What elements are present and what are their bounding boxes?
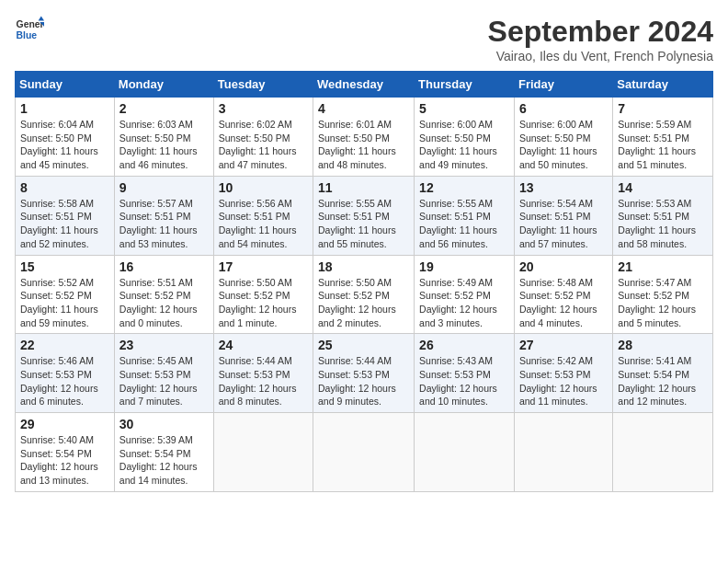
day-number: 15 bbox=[20, 259, 109, 274]
day-number: 2 bbox=[119, 101, 209, 116]
day-info: Sunrise: 5:46 AM Sunset: 5:53 PM Dayligh… bbox=[20, 354, 109, 408]
calendar-cell: 22Sunrise: 5:46 AM Sunset: 5:53 PM Dayli… bbox=[16, 334, 115, 413]
calendar-week-2: 8Sunrise: 5:58 AM Sunset: 5:51 PM Daylig… bbox=[16, 176, 713, 255]
calendar-cell bbox=[313, 413, 415, 492]
day-number: 26 bbox=[419, 338, 509, 352]
day-info: Sunrise: 6:04 AM Sunset: 5:50 PM Dayligh… bbox=[20, 118, 109, 172]
calendar-cell: 7Sunrise: 5:59 AM Sunset: 5:51 PM Daylig… bbox=[613, 98, 713, 177]
calendar-week-5: 29Sunrise: 5:40 AM Sunset: 5:54 PM Dayli… bbox=[16, 413, 713, 492]
day-info: Sunrise: 5:39 AM Sunset: 5:54 PM Dayligh… bbox=[119, 433, 209, 488]
day-info: Sunrise: 5:49 AM Sunset: 5:52 PM Dayligh… bbox=[419, 276, 509, 330]
calendar-cell: 30Sunrise: 5:39 AM Sunset: 5:54 PM Dayli… bbox=[114, 413, 213, 492]
day-number: 18 bbox=[318, 259, 409, 274]
calendar-cell: 21Sunrise: 5:47 AM Sunset: 5:52 PM Dayli… bbox=[613, 255, 713, 334]
calendar-cell: 6Sunrise: 6:00 AM Sunset: 5:50 PM Daylig… bbox=[514, 98, 612, 177]
calendar-cell bbox=[514, 413, 612, 492]
day-number: 17 bbox=[219, 259, 308, 274]
calendar-cell: 3Sunrise: 6:02 AM Sunset: 5:50 PM Daylig… bbox=[213, 98, 313, 177]
day-info: Sunrise: 6:00 AM Sunset: 5:50 PM Dayligh… bbox=[419, 118, 509, 172]
day-number: 1 bbox=[20, 101, 109, 116]
day-info: Sunrise: 5:44 AM Sunset: 5:53 PM Dayligh… bbox=[318, 354, 409, 408]
weekday-header-row: SundayMondayTuesdayWednesdayThursdayFrid… bbox=[16, 72, 713, 98]
calendar-week-1: 1Sunrise: 6:04 AM Sunset: 5:50 PM Daylig… bbox=[16, 98, 713, 177]
calendar-cell: 16Sunrise: 5:51 AM Sunset: 5:52 PM Dayli… bbox=[114, 255, 213, 334]
day-number: 28 bbox=[618, 338, 708, 352]
calendar-cell: 5Sunrise: 6:00 AM Sunset: 5:50 PM Daylig… bbox=[415, 98, 515, 177]
calendar-cell: 23Sunrise: 5:45 AM Sunset: 5:53 PM Dayli… bbox=[114, 334, 213, 413]
calendar-cell: 1Sunrise: 6:04 AM Sunset: 5:50 PM Daylig… bbox=[16, 98, 115, 177]
title-area: September 2024 Vairao, Iles du Vent, Fre… bbox=[488, 15, 713, 63]
day-number: 24 bbox=[219, 338, 308, 352]
calendar-body: 1Sunrise: 6:04 AM Sunset: 5:50 PM Daylig… bbox=[16, 98, 713, 492]
weekday-friday: Friday bbox=[514, 72, 612, 98]
day-info: Sunrise: 6:02 AM Sunset: 5:50 PM Dayligh… bbox=[219, 118, 308, 172]
day-info: Sunrise: 5:57 AM Sunset: 5:51 PM Dayligh… bbox=[119, 197, 209, 251]
day-number: 30 bbox=[119, 417, 209, 431]
calendar-cell: 28Sunrise: 5:41 AM Sunset: 5:54 PM Dayli… bbox=[613, 334, 713, 413]
weekday-saturday: Saturday bbox=[613, 72, 713, 98]
day-info: Sunrise: 5:48 AM Sunset: 5:52 PM Dayligh… bbox=[519, 276, 608, 330]
calendar-cell: 27Sunrise: 5:42 AM Sunset: 5:53 PM Dayli… bbox=[514, 334, 612, 413]
calendar-cell: 2Sunrise: 6:03 AM Sunset: 5:50 PM Daylig… bbox=[114, 98, 213, 177]
day-number: 20 bbox=[519, 259, 608, 274]
day-number: 19 bbox=[419, 259, 509, 274]
day-info: Sunrise: 5:50 AM Sunset: 5:52 PM Dayligh… bbox=[219, 276, 308, 330]
day-number: 5 bbox=[419, 101, 509, 116]
calendar-cell: 29Sunrise: 5:40 AM Sunset: 5:54 PM Dayli… bbox=[16, 413, 115, 492]
day-number: 16 bbox=[119, 259, 209, 274]
svg-text:Blue: Blue bbox=[17, 30, 38, 40]
day-info: Sunrise: 6:01 AM Sunset: 5:50 PM Dayligh… bbox=[318, 118, 409, 172]
calendar-cell: 13Sunrise: 5:54 AM Sunset: 5:51 PM Dayli… bbox=[514, 176, 612, 255]
day-info: Sunrise: 6:03 AM Sunset: 5:50 PM Dayligh… bbox=[119, 118, 209, 172]
calendar-week-4: 22Sunrise: 5:46 AM Sunset: 5:53 PM Dayli… bbox=[16, 334, 713, 413]
day-info: Sunrise: 5:41 AM Sunset: 5:54 PM Dayligh… bbox=[618, 354, 708, 408]
day-info: Sunrise: 5:51 AM Sunset: 5:52 PM Dayligh… bbox=[119, 276, 209, 330]
calendar-table: SundayMondayTuesdayWednesdayThursdayFrid… bbox=[15, 71, 713, 492]
day-number: 11 bbox=[318, 180, 409, 195]
calendar-cell: 15Sunrise: 5:52 AM Sunset: 5:52 PM Dayli… bbox=[16, 255, 115, 334]
weekday-tuesday: Tuesday bbox=[213, 72, 313, 98]
calendar-cell: 14Sunrise: 5:53 AM Sunset: 5:51 PM Dayli… bbox=[613, 176, 713, 255]
day-info: Sunrise: 5:56 AM Sunset: 5:51 PM Dayligh… bbox=[219, 197, 308, 251]
day-number: 23 bbox=[119, 338, 209, 352]
weekday-thursday: Thursday bbox=[415, 72, 515, 98]
day-info: Sunrise: 5:52 AM Sunset: 5:52 PM Dayligh… bbox=[20, 276, 109, 330]
day-number: 27 bbox=[519, 338, 608, 352]
weekday-sunday: Sunday bbox=[16, 72, 115, 98]
calendar-cell: 11Sunrise: 5:55 AM Sunset: 5:51 PM Dayli… bbox=[313, 176, 415, 255]
day-info: Sunrise: 5:53 AM Sunset: 5:51 PM Dayligh… bbox=[618, 197, 708, 251]
location-subtitle: Vairao, Iles du Vent, French Polynesia bbox=[488, 49, 713, 63]
day-number: 12 bbox=[419, 180, 509, 195]
day-number: 8 bbox=[20, 180, 109, 195]
day-info: Sunrise: 5:43 AM Sunset: 5:53 PM Dayligh… bbox=[419, 354, 509, 408]
day-info: Sunrise: 5:58 AM Sunset: 5:51 PM Dayligh… bbox=[20, 197, 109, 251]
calendar-cell: 26Sunrise: 5:43 AM Sunset: 5:53 PM Dayli… bbox=[415, 334, 515, 413]
month-title: September 2024 bbox=[488, 15, 713, 49]
day-number: 7 bbox=[618, 101, 708, 116]
calendar-cell bbox=[213, 413, 313, 492]
day-number: 4 bbox=[318, 101, 409, 116]
day-number: 29 bbox=[20, 417, 109, 431]
calendar-week-3: 15Sunrise: 5:52 AM Sunset: 5:52 PM Dayli… bbox=[16, 255, 713, 334]
day-info: Sunrise: 5:42 AM Sunset: 5:53 PM Dayligh… bbox=[519, 354, 608, 408]
calendar-cell: 20Sunrise: 5:48 AM Sunset: 5:52 PM Dayli… bbox=[514, 255, 612, 334]
day-number: 22 bbox=[20, 338, 109, 352]
calendar-cell bbox=[415, 413, 515, 492]
logo: General Blue bbox=[15, 15, 44, 44]
day-info: Sunrise: 5:59 AM Sunset: 5:51 PM Dayligh… bbox=[618, 118, 708, 172]
calendar-cell: 24Sunrise: 5:44 AM Sunset: 5:53 PM Dayli… bbox=[213, 334, 313, 413]
weekday-wednesday: Wednesday bbox=[313, 72, 415, 98]
page-header: General Blue September 2024 Vairao, Iles… bbox=[15, 15, 713, 63]
day-number: 10 bbox=[219, 180, 308, 195]
calendar-cell: 25Sunrise: 5:44 AM Sunset: 5:53 PM Dayli… bbox=[313, 334, 415, 413]
day-number: 13 bbox=[519, 180, 608, 195]
day-info: Sunrise: 5:55 AM Sunset: 5:51 PM Dayligh… bbox=[318, 197, 409, 251]
day-info: Sunrise: 5:55 AM Sunset: 5:51 PM Dayligh… bbox=[419, 197, 509, 251]
svg-marker-2 bbox=[39, 17, 44, 21]
day-info: Sunrise: 5:45 AM Sunset: 5:53 PM Dayligh… bbox=[119, 354, 209, 408]
day-number: 9 bbox=[119, 180, 209, 195]
calendar-cell bbox=[613, 413, 713, 492]
day-number: 21 bbox=[618, 259, 708, 274]
weekday-monday: Monday bbox=[114, 72, 213, 98]
calendar-cell: 17Sunrise: 5:50 AM Sunset: 5:52 PM Dayli… bbox=[213, 255, 313, 334]
